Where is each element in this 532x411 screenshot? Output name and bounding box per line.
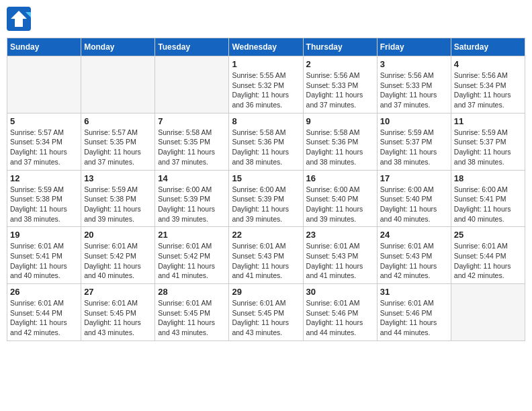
cell-info: Sunrise: 5:56 AMSunset: 5:33 PMDaylight:… [306, 71, 374, 110]
cell-date: 14 [158, 173, 226, 183]
cell-date: 15 [232, 173, 300, 183]
cell-info: Sunrise: 6:01 AMSunset: 5:45 PMDaylight:… [232, 298, 300, 338]
calendar-cell: 26Sunrise: 6:01 AMSunset: 5:44 PMDayligh… [7, 284, 81, 341]
cell-date: 1 [232, 59, 300, 69]
cell-info: Sunrise: 5:59 AMSunset: 5:38 PMDaylight:… [10, 185, 78, 224]
calendar-cell: 14Sunrise: 6:00 AMSunset: 5:39 PMDayligh… [155, 170, 229, 227]
cell-date: 12 [10, 173, 78, 183]
cell-info: Sunrise: 6:01 AMSunset: 5:44 PMDaylight:… [10, 298, 78, 338]
cell-info: Sunrise: 6:01 AMSunset: 5:46 PMDaylight:… [306, 298, 374, 338]
cell-date: 17 [380, 173, 448, 183]
cell-date: 11 [454, 116, 522, 126]
calendar-cell: 23Sunrise: 6:01 AMSunset: 5:43 PMDayligh… [303, 227, 377, 284]
cell-date: 16 [306, 173, 374, 183]
calendar-cell: 28Sunrise: 6:01 AMSunset: 5:45 PMDayligh… [155, 284, 229, 341]
cell-date: 26 [10, 287, 78, 297]
cell-info: Sunrise: 5:56 AMSunset: 5:33 PMDaylight:… [380, 71, 448, 110]
cell-date: 27 [84, 287, 152, 297]
cell-info: Sunrise: 6:01 AMSunset: 5:44 PMDaylight:… [454, 241, 522, 281]
cell-info: Sunrise: 5:58 AMSunset: 5:35 PMDaylight:… [158, 128, 226, 167]
cell-date: 28 [158, 287, 226, 297]
calendar-header-row: SundayMondayTuesdayWednesdayThursdayFrid… [7, 38, 525, 56]
cell-info: Sunrise: 6:00 AMSunset: 5:39 PMDaylight:… [232, 185, 300, 224]
cell-date: 19 [10, 230, 78, 240]
cell-info: Sunrise: 6:01 AMSunset: 5:42 PMDaylight:… [84, 241, 152, 281]
calendar-cell: 7Sunrise: 5:58 AMSunset: 5:35 PMDaylight… [155, 113, 229, 170]
calendar-day-header: Wednesday [229, 38, 303, 56]
page: SundayMondayTuesdayWednesdayThursdayFrid… [0, 0, 532, 411]
calendar-cell: 10Sunrise: 5:59 AMSunset: 5:37 PMDayligh… [377, 113, 451, 170]
calendar-cell: 17Sunrise: 6:00 AMSunset: 5:40 PMDayligh… [377, 170, 451, 227]
cell-info: Sunrise: 5:56 AMSunset: 5:34 PMDaylight:… [454, 71, 522, 110]
cell-info: Sunrise: 6:01 AMSunset: 5:43 PMDaylight:… [232, 241, 300, 281]
cell-info: Sunrise: 6:01 AMSunset: 5:43 PMDaylight:… [306, 241, 374, 281]
calendar-cell: 1Sunrise: 5:55 AMSunset: 5:32 PMDaylight… [229, 56, 303, 113]
cell-date: 18 [454, 173, 522, 183]
calendar-week-row: 5Sunrise: 5:57 AMSunset: 5:34 PMDaylight… [7, 113, 525, 170]
cell-info: Sunrise: 5:59 AMSunset: 5:37 PMDaylight:… [380, 128, 448, 167]
calendar-cell [451, 284, 525, 341]
calendar-cell: 29Sunrise: 6:01 AMSunset: 5:45 PMDayligh… [229, 284, 303, 341]
calendar-cell [81, 56, 155, 113]
cell-date: 2 [306, 59, 374, 69]
cell-info: Sunrise: 5:58 AMSunset: 5:36 PMDaylight:… [232, 128, 300, 167]
cell-info: Sunrise: 5:57 AMSunset: 5:34 PMDaylight:… [10, 128, 78, 167]
logo [7, 7, 31, 31]
calendar-cell [155, 56, 229, 113]
calendar-week-row: 19Sunrise: 6:01 AMSunset: 5:41 PMDayligh… [7, 227, 525, 284]
calendar-day-header: Tuesday [155, 38, 229, 56]
calendar-table: SundayMondayTuesdayWednesdayThursdayFrid… [7, 38, 525, 341]
calendar-cell: 3Sunrise: 5:56 AMSunset: 5:33 PMDaylight… [377, 56, 451, 113]
calendar-day-header: Thursday [303, 38, 377, 56]
cell-info: Sunrise: 6:01 AMSunset: 5:42 PMDaylight:… [158, 241, 226, 281]
calendar-cell: 25Sunrise: 6:01 AMSunset: 5:44 PMDayligh… [451, 227, 525, 284]
cell-date: 30 [306, 287, 374, 297]
calendar-cell [7, 56, 81, 113]
cell-date: 21 [158, 230, 226, 240]
calendar-cell: 4Sunrise: 5:56 AMSunset: 5:34 PMDaylight… [451, 56, 525, 113]
cell-info: Sunrise: 6:00 AMSunset: 5:39 PMDaylight:… [158, 185, 226, 224]
calendar-cell: 21Sunrise: 6:01 AMSunset: 5:42 PMDayligh… [155, 227, 229, 284]
calendar-cell: 31Sunrise: 6:01 AMSunset: 5:46 PMDayligh… [377, 284, 451, 341]
calendar-cell: 24Sunrise: 6:01 AMSunset: 5:43 PMDayligh… [377, 227, 451, 284]
calendar-day-header: Saturday [451, 38, 525, 56]
calendar-cell: 16Sunrise: 6:00 AMSunset: 5:40 PMDayligh… [303, 170, 377, 227]
cell-info: Sunrise: 6:00 AMSunset: 5:41 PMDaylight:… [454, 185, 522, 224]
calendar-cell: 9Sunrise: 5:58 AMSunset: 5:36 PMDaylight… [303, 113, 377, 170]
logo-icon [7, 7, 31, 31]
cell-date: 20 [84, 230, 152, 240]
cell-date: 29 [232, 287, 300, 297]
calendar-cell: 27Sunrise: 6:01 AMSunset: 5:45 PMDayligh… [81, 284, 155, 341]
cell-date: 6 [84, 116, 152, 126]
calendar-cell: 8Sunrise: 5:58 AMSunset: 5:36 PMDaylight… [229, 113, 303, 170]
cell-info: Sunrise: 6:01 AMSunset: 5:43 PMDaylight:… [380, 241, 448, 281]
cell-date: 9 [306, 116, 374, 126]
calendar-cell: 11Sunrise: 5:59 AMSunset: 5:37 PMDayligh… [451, 113, 525, 170]
cell-date: 5 [10, 116, 78, 126]
cell-info: Sunrise: 6:01 AMSunset: 5:45 PMDaylight:… [84, 298, 152, 338]
cell-date: 25 [454, 230, 522, 240]
cell-date: 31 [380, 287, 448, 297]
calendar-week-row: 26Sunrise: 6:01 AMSunset: 5:44 PMDayligh… [7, 284, 525, 341]
calendar-week-row: 12Sunrise: 5:59 AMSunset: 5:38 PMDayligh… [7, 170, 525, 227]
calendar-cell: 22Sunrise: 6:01 AMSunset: 5:43 PMDayligh… [229, 227, 303, 284]
calendar-cell: 15Sunrise: 6:00 AMSunset: 5:39 PMDayligh… [229, 170, 303, 227]
calendar-cell: 5Sunrise: 5:57 AMSunset: 5:34 PMDaylight… [7, 113, 81, 170]
cell-info: Sunrise: 6:01 AMSunset: 5:46 PMDaylight:… [380, 298, 448, 338]
calendar-cell: 19Sunrise: 6:01 AMSunset: 5:41 PMDayligh… [7, 227, 81, 284]
calendar-day-header: Monday [81, 38, 155, 56]
calendar-cell: 13Sunrise: 5:59 AMSunset: 5:38 PMDayligh… [81, 170, 155, 227]
calendar-cell: 12Sunrise: 5:59 AMSunset: 5:38 PMDayligh… [7, 170, 81, 227]
cell-date: 3 [380, 59, 448, 69]
cell-date: 13 [84, 173, 152, 183]
cell-date: 23 [306, 230, 374, 240]
calendar-cell: 2Sunrise: 5:56 AMSunset: 5:33 PMDaylight… [303, 56, 377, 113]
cell-date: 22 [232, 230, 300, 240]
cell-date: 24 [380, 230, 448, 240]
cell-info: Sunrise: 6:01 AMSunset: 5:45 PMDaylight:… [158, 298, 226, 338]
calendar-cell: 18Sunrise: 6:00 AMSunset: 5:41 PMDayligh… [451, 170, 525, 227]
cell-date: 10 [380, 116, 448, 126]
cell-info: Sunrise: 5:55 AMSunset: 5:32 PMDaylight:… [232, 71, 300, 110]
cell-date: 7 [158, 116, 226, 126]
cell-info: Sunrise: 6:00 AMSunset: 5:40 PMDaylight:… [380, 185, 448, 224]
